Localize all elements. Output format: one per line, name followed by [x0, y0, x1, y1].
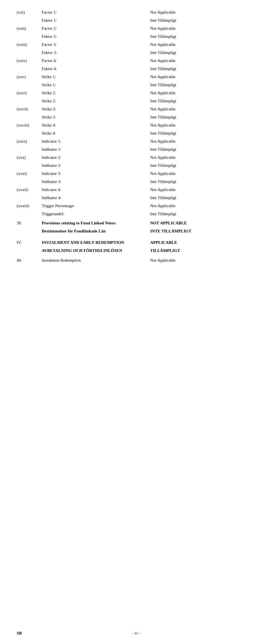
row-xxii: (xxii) Factor 2: Not Applicable	[17, 24, 250, 33]
page-footer: SB - 11 -	[0, 631, 267, 636]
row-xxi-sv: Faktor 1: Inte Tillämpligt	[17, 16, 250, 24]
value-strike3-en: Not Applicable	[139, 107, 250, 112]
value-factor4-en: Not Applicable	[139, 58, 250, 63]
value-strike1-sv: Inte Tillämpligt	[139, 83, 250, 87]
row-xxi: (xxi) Factor 1: Not Applicable	[17, 8, 250, 16]
value-40-en: Not Applicable	[139, 258, 250, 263]
label-strike4-en: Strike 4:	[42, 123, 139, 128]
value-strike4-en: Not Applicable	[139, 123, 250, 128]
label-trigger-sv: Triggerandel:	[42, 212, 139, 216]
label-strike2-en: Strike 2:	[42, 91, 139, 95]
row-xxiii: (xxiii) Factor 3: Not Applicable	[17, 41, 250, 49]
page-container: (xxi) Factor 1: Not Applicable Faktor 1:…	[0, 0, 267, 644]
value-factor4-sv: Inte Tillämpligt	[139, 66, 250, 71]
index-xxiii: (xxiii)	[17, 42, 42, 47]
value-indicator2-sv: Inte Tillämpligt	[139, 163, 250, 168]
value-indicator3-sv: Inte Tillämpligt	[139, 179, 250, 184]
row-xxvii-sv: Strike 3: Inte Tillämpligt	[17, 113, 250, 121]
value-strike1-en: Not Applicable	[139, 75, 250, 79]
table-content: (xxi) Factor 1: Not Applicable Faktor 1:…	[17, 8, 250, 264]
label-strike1-sv: Strike 1:	[42, 83, 139, 87]
label-strike3-sv: Strike 3:	[42, 115, 139, 120]
value-indicator3-en: Not Applicable	[139, 171, 250, 176]
row-xxviii: (xxviii) Strike 4: Not Applicable	[17, 121, 250, 129]
label-factor1-en: Factor 1:	[42, 10, 139, 15]
label-factor3-sv: Faktor 3:	[42, 50, 139, 55]
index-xxviii: (xxviii)	[17, 123, 42, 128]
row-xxxii-sv: Indikator 4: Inte Tillämpligt	[17, 194, 250, 202]
row-xxix-sv: Indikator 1: Inte Tillämpligt	[17, 145, 250, 153]
value-strike3-sv: Inte Tillämpligt	[139, 115, 250, 120]
label-40-en: Instalment Redemption	[42, 258, 139, 263]
value-factor2-en: Not Applicable	[139, 26, 250, 31]
value-iv-en: APPLICABLE	[139, 240, 250, 245]
index-xxvii: (xxvii)	[17, 107, 42, 112]
value-factor1-en: Not Applicable	[139, 10, 250, 15]
row-xxv-sv: Strike 1: Inte Tillämpligt	[17, 81, 250, 89]
value-iv-sv: TILLÄMPLIGT	[139, 248, 250, 253]
label-factor2-en: Factor 2:	[42, 26, 139, 31]
index-40: 40.	[17, 258, 42, 263]
row-xxix: (xxix) Indicator 1: Not Applicable	[17, 137, 250, 145]
section-39: 39. Provisions relating to Fund Linked N…	[17, 218, 250, 227]
row-xxvi: (xxvi) Strike 2: Not Applicable	[17, 89, 250, 97]
index-xxvi: (xxvi)	[17, 91, 42, 95]
value-39-en: Not Applicable	[139, 221, 250, 226]
label-indicator2-en: Indicator 2:	[42, 155, 139, 160]
label-factor2-sv: Faktor 2:	[42, 34, 139, 39]
row-xxv: (xxv) Strike 1: Not Applicable	[17, 73, 250, 81]
value-strike2-en: Not Applicable	[139, 91, 250, 95]
row-xxvii: (xxvii) Strike 3: Not Applicable	[17, 105, 250, 113]
label-factor4-sv: Faktor 4:	[42, 66, 139, 71]
value-indicator4-en: Not Applicable	[139, 187, 250, 192]
row-xxii-sv: Faktor 2: Inte Tillämpligt	[17, 33, 250, 41]
value-factor1-sv: Inte Tillämpligt	[139, 18, 250, 23]
row-xxiii-sv: Faktor 3: Inte Tillämpligt	[17, 49, 250, 57]
index-xxxii: (xxxii)	[17, 187, 42, 192]
row-xxxiii: (xxxiii) Trigger Percentage: Not Applica…	[17, 202, 250, 210]
row-xxviii-sv: Strike 4: Inte Tillämpligt	[17, 129, 250, 137]
row-xxiv: (xxiv) Factor 4: Not Applicable	[17, 57, 250, 65]
row-xxxi-sv: Indikator 3: Inte Tillämpligt	[17, 178, 250, 186]
label-factor4-en: Factor 4:	[42, 58, 139, 63]
row-xxxiii-sv: Triggerandel: Inte Tillämpligt	[17, 210, 250, 218]
value-indicator1-sv: Inte Tillämpligt	[139, 147, 250, 152]
value-indicator1-en: Not Applicable	[139, 139, 250, 144]
label-indicator1-sv: Indikator 1:	[42, 147, 139, 152]
index-xxii: (xxii)	[17, 26, 42, 31]
value-factor3-en: Not Applicable	[139, 42, 250, 47]
value-factor2-sv: Inte Tillämpligt	[139, 34, 250, 39]
row-xxxii: (xxxii) Indicator 4: Not Applicable	[17, 186, 250, 194]
section-iv-sv: AVBETALNING OCH FÖRTIDA INLÖSEN TILLÄMPL…	[17, 247, 250, 255]
label-indicator2-sv: Indikator 2:	[42, 163, 139, 168]
label-factor1-sv: Faktor 1:	[42, 18, 139, 23]
label-indicator4-sv: Indikator 4:	[42, 195, 139, 200]
value-trigger-en: Not Applicable	[139, 204, 250, 208]
label-iv-sv: AVBETALNING OCH FÖRTIDA INLÖSEN	[42, 248, 139, 253]
value-strike2-sv: Inte Tillämpligt	[139, 99, 250, 103]
label-iv-en: INSTALMENT AND EARLY REDEMPTION	[42, 240, 139, 245]
row-xxiv-sv: Faktor 4: Inte Tillämpligt	[17, 65, 250, 73]
label-strike1-en: Strike 1:	[42, 75, 139, 79]
index-xxxiii: (xxxiii)	[17, 204, 42, 208]
index-xxv: (xxv)	[17, 75, 42, 79]
label-strike2-sv: Strike 2:	[42, 99, 139, 103]
section-iv: IV. INSTALMENT AND EARLY REDEMPTION APPL…	[17, 235, 250, 247]
index-xxi: (xxi)	[17, 10, 42, 15]
footer-center: - 11 -	[132, 631, 140, 636]
label-indicator4-en: Indicator 4:	[42, 187, 139, 192]
row-40: 40. Instalment Redemption Not Applicable	[17, 255, 250, 264]
label-indicator3-sv: Indikator 3:	[42, 179, 139, 184]
label-trigger-en: Trigger Percentage:	[42, 204, 139, 208]
row-xxx: (xxx) Indicator 2: Not Applicable	[17, 153, 250, 162]
value-indicator4-sv: Inte Tillämpligt	[139, 195, 250, 200]
index-39: 39.	[17, 221, 42, 226]
row-xxx-sv: Indikator 2: Inte Tillämpligt	[17, 162, 250, 170]
index-xxiv: (xxiv)	[17, 58, 42, 63]
index-xxix: (xxix)	[17, 139, 42, 144]
label-strike3-en: Strike 3:	[42, 107, 139, 112]
row-xxxi: (xxxi) Indicator 3: Not Applicable	[17, 170, 250, 178]
label-39-en: Provisions relating to Fund Linked Notes…	[42, 221, 139, 226]
index-xxxi: (xxxi)	[17, 171, 42, 176]
label-indicator1-en: Indicator 1:	[42, 139, 139, 144]
